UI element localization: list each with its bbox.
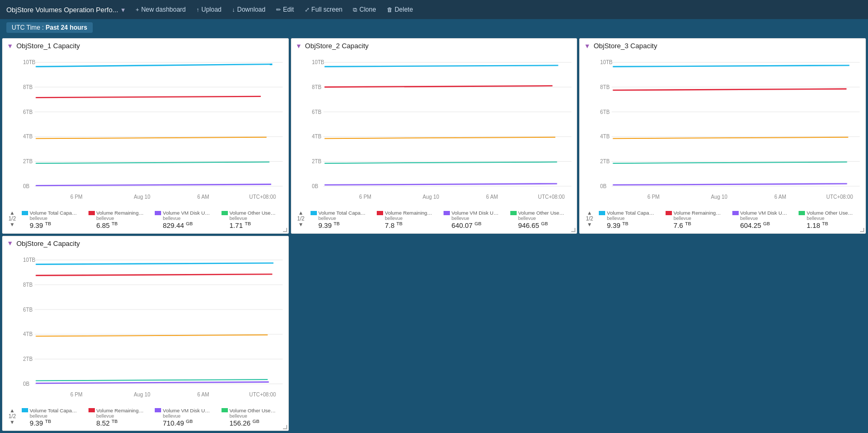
legend-value-4-1: 9.39 TB [30, 419, 84, 427]
svg-text:2TB: 2TB [23, 158, 32, 164]
panel-3-page: 1/2 [586, 216, 593, 222]
svg-line-33 [324, 65, 558, 66]
legend-value-1-1: 9.39 TB [30, 221, 84, 229]
legend-color-green-4 [222, 408, 228, 412]
legend-sub-1-3: bellevue [163, 216, 217, 221]
legend-value-2-4: 946.65 GB [518, 221, 573, 229]
svg-line-75 [36, 263, 273, 264]
panel-2-legend-item-3: Volume VM Disk Used ... bellevue 640.07 … [444, 210, 506, 229]
download-button[interactable]: ↓ Download [228, 4, 270, 15]
legend-sub-3-2: bellevue [674, 216, 728, 221]
svg-text:4TB: 4TB [312, 134, 321, 139]
upload-button[interactable]: ↑ Upload [192, 4, 226, 15]
panel-2-legend: ▲ 1/2 ▼ Volume Total Capacit... bellevue… [291, 208, 577, 233]
svg-line-56 [613, 137, 848, 138]
panel-3-legend: ▲ 1/2 ▼ Volume Total Capacit... bellevue… [580, 208, 865, 233]
legend-color-purple-2 [444, 211, 450, 215]
svg-text:6TB: 6TB [312, 109, 321, 114]
panel-4-legend-item-1: Volume Total Capacit... bellevue 9.39 TB [22, 408, 84, 427]
panel-4-legend: ▲ 1/2 ▼ Volume Total Capacit... bellevue… [3, 405, 288, 430]
legend-label-2-1: Volume Total Capacit... [318, 210, 366, 216]
legend-value-1-3: 829.44 GB [163, 221, 217, 229]
legend-sub-2-2: bellevue [385, 216, 439, 221]
plus-icon: + [136, 6, 139, 13]
legend-label-1-3: Volume VM Disk Used ... [163, 210, 210, 216]
legend-label-4-3: Volume VM Disk Used ... [163, 408, 210, 413]
legend-value-3-3: 604.25 GB [740, 221, 795, 229]
legend-color-red-1 [88, 211, 95, 215]
time-badge[interactable]: UTC Time : Past 24 hours [6, 22, 93, 33]
panel-1-legend-item-2: Volume Remaining Cap... bellevue 6.85 TB [88, 210, 151, 229]
legend-value-4-2: 8.52 TB [96, 419, 151, 427]
panel-1-resize-handle[interactable] [283, 228, 287, 232]
filter-icon-3[interactable]: ▼ [584, 42, 590, 50]
legend-color-blue-4 [22, 408, 28, 412]
panel-3-title: ObjStore_3 Capacity [594, 42, 657, 50]
clone-icon: ⧉ [353, 6, 357, 13]
clone-button[interactable]: ⧉ Clone [349, 4, 380, 15]
legend-color-blue-2 [311, 211, 317, 215]
svg-text:6 PM: 6 PM [359, 193, 371, 199]
fullscreen-button[interactable]: ⤢ Full screen [300, 4, 347, 15]
svg-text:2TB: 2TB [600, 158, 610, 164]
svg-line-76 [36, 274, 272, 275]
legend-color-red-2 [377, 211, 383, 215]
svg-text:6 AM: 6 AM [486, 193, 498, 199]
svg-text:Aug 10: Aug 10 [422, 193, 439, 199]
svg-text:0B: 0B [23, 381, 29, 386]
delete-button[interactable]: 🗑 Delete [383, 4, 418, 15]
edit-label: Edit [283, 6, 294, 13]
panel-3-resize-handle[interactable] [860, 228, 864, 232]
svg-text:0B: 0B [600, 183, 607, 189]
legend-value-3-1: 9.39 TB [607, 221, 661, 229]
svg-line-55 [613, 89, 847, 90]
panel-1-legend-nav[interactable]: ▲ 1/2 ▼ [7, 210, 17, 227]
edit-button[interactable]: ✏ Edit [272, 4, 298, 15]
svg-text:8TB: 8TB [23, 281, 32, 287]
svg-text:6 AM: 6 AM [197, 193, 209, 199]
new-dashboard-label: New dashboard [141, 6, 185, 13]
title-chevron-icon[interactable]: ▾ [121, 6, 125, 14]
panel-2-page: 1/2 [297, 216, 305, 222]
legend-label-3-4: Volume Other Used Ca... [807, 210, 854, 216]
svg-text:6TB: 6TB [600, 109, 610, 114]
panel-2-header: ▼ ObjStore_2 Capacity [291, 39, 577, 51]
delete-label: Delete [395, 6, 413, 13]
svg-line-77 [36, 334, 268, 335]
legend-color-red-3 [666, 211, 672, 215]
filter-icon-2[interactable]: ▼ [296, 42, 302, 50]
panel-4-legend-nav[interactable]: ▲ 1/2 ▼ [7, 408, 17, 425]
legend-value-3-4: 1.18 TB [807, 221, 861, 229]
top-bar: ObjStore Volumes Operation Perfo... ▾ + … [0, 0, 868, 19]
legend-sub-1-1: bellevue [30, 216, 84, 221]
legend-color-red-4 [88, 408, 95, 412]
upload-label: Upload [201, 6, 222, 13]
filter-icon-4[interactable]: ▼ [7, 240, 13, 247]
panel-3-legend-item-3: Volume VM Disk Used ... bellevue 604.25 … [732, 210, 795, 229]
svg-text:UTC+08:00: UTC+08:00 [827, 193, 854, 199]
svg-line-12 [36, 64, 272, 67]
legend-label-4-4: Volume Other Used Ca... [229, 408, 277, 413]
legend-color-green-1 [222, 211, 228, 215]
legend-sub-3-4: bellevue [807, 216, 861, 221]
new-dashboard-button[interactable]: + New dashboard [131, 4, 190, 15]
edit-icon: ✏ [276, 6, 281, 13]
legend-label-3-2: Volume Remaining Cap... [674, 210, 721, 216]
legend-value-1-4: 1.71 TB [229, 221, 284, 229]
legend-color-green-2 [510, 211, 517, 215]
panel-3-legend-nav[interactable]: ▲ 1/2 ▼ [584, 210, 595, 227]
panel-4-resize-handle[interactable] [283, 425, 287, 429]
legend-color-purple-1 [155, 211, 161, 215]
panel-3-legend-item-1: Volume Total Capacit... bellevue 9.39 TB [599, 210, 661, 229]
svg-line-16 [36, 184, 271, 185]
svg-text:2TB: 2TB [23, 356, 32, 361]
panel-4-legend-item-2: Volume Remaining Cap... bellevue 8.52 TB [88, 408, 151, 427]
legend-label-4-1: Volume Total Capacit... [30, 408, 77, 413]
panel-2-legend-item-4: Volume Other Used Ca... bellevue 946.65 … [510, 210, 573, 229]
panel-2-legend-nav[interactable]: ▲ 1/2 ▼ [296, 210, 306, 227]
filter-icon-1[interactable]: ▼ [7, 42, 13, 50]
legend-value-4-3: 710.49 GB [163, 419, 217, 427]
panel-3-header: ▼ ObjStore_3 Capacity [580, 39, 865, 51]
legend-sub-3-3: bellevue [740, 216, 795, 221]
panel-2-resize-handle[interactable] [571, 228, 575, 232]
